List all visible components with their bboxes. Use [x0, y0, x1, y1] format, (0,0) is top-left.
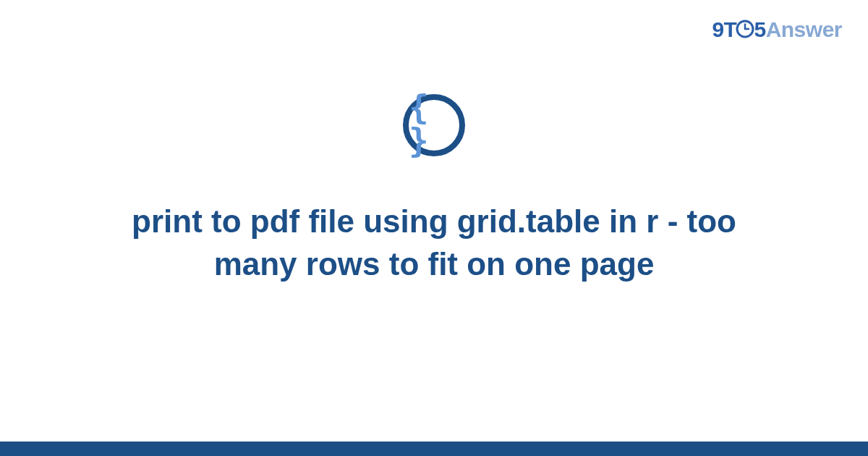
brand-logo: 9T5Answer — [712, 17, 842, 42]
footer-accent-bar — [0, 442, 868, 456]
brand-text-answer: Answer — [766, 17, 842, 41]
brand-text-9t: 9T — [712, 17, 736, 41]
brand-text-5: 5 — [754, 17, 765, 41]
braces-glyph: { } — [409, 90, 459, 157]
code-braces-icon: { } — [403, 94, 465, 156]
page-title: print to pdf file using grid.table in r … — [87, 200, 781, 286]
main-content: { } print to pdf file using grid.table i… — [0, 94, 868, 286]
clock-icon — [736, 20, 754, 38]
